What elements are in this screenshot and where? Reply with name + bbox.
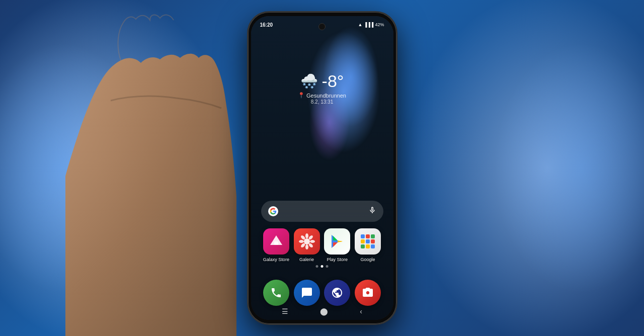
app-row: Galaxy Store [251, 228, 393, 262]
mic-icon[interactable] [368, 206, 376, 216]
app-galerie[interactable]: Galerie [294, 228, 320, 262]
dock-messages[interactable] [294, 280, 320, 306]
google-label: Google [361, 257, 375, 262]
phone-screen: 16:20 ▲ ▐▐▐ 42% 🌨️ -8° 📍 Gesundbrunnen 8… [251, 16, 393, 320]
phone-wrapper: 16:20 ▲ ▐▐▐ 42% 🌨️ -8° 📍 Gesundbrunnen 8… [248, 12, 396, 324]
play-store-label: Play Store [327, 257, 348, 262]
weather-temperature: 🌨️ -8° [298, 71, 346, 91]
svg-point-2 [305, 233, 308, 238]
svg-rect-0 [274, 241, 278, 245]
camera-notch [318, 23, 326, 30]
app-google[interactable]: Google [355, 228, 381, 262]
wifi-icon: ▲ [358, 22, 362, 27]
nav-recent[interactable]: ☰ [282, 307, 288, 315]
status-icons: ▲ ▐▐▐ 42% [358, 22, 384, 27]
nav-bar: ☰ ⬤ ‹ [251, 306, 393, 317]
google-logo [268, 206, 278, 216]
weather-icon: 🌨️ [300, 73, 318, 90]
status-time: 16:20 [260, 22, 273, 28]
svg-point-1 [304, 238, 310, 244]
bottom-dock [251, 280, 393, 306]
nav-back[interactable]: ‹ [360, 307, 362, 315]
galerie-icon [294, 228, 320, 255]
app-play-store[interactable]: Play Store [324, 228, 350, 262]
dock-internet[interactable] [324, 280, 350, 306]
dock-camera[interactable] [355, 280, 381, 306]
svg-point-4 [310, 240, 315, 243]
hand-silhouette [65, 0, 236, 336]
battery-icon: 42% [375, 22, 384, 27]
weather-date: 8.2, 13:31 [298, 99, 346, 105]
galaxy-store-icon [263, 228, 289, 255]
weather-location: 📍 Gesundbrunnen [298, 92, 346, 99]
wallpaper [251, 16, 393, 320]
phone-device: 16:20 ▲ ▐▐▐ 42% 🌨️ -8° 📍 Gesundbrunnen 8… [248, 12, 396, 324]
app-galaxy-store[interactable]: Galaxy Store [263, 228, 289, 262]
svg-point-6 [305, 244, 308, 249]
galaxy-store-label: Galaxy Store [263, 257, 289, 262]
nav-home[interactable]: ⬤ [320, 307, 328, 315]
galerie-label: Galerie [299, 257, 314, 262]
location-pin: 📍 [298, 92, 305, 99]
page-dot-1 [316, 265, 318, 268]
weather-widget[interactable]: 🌨️ -8° 📍 Gesundbrunnen 8.2, 13:31 [298, 71, 346, 105]
page-dot-3 [326, 265, 329, 268]
signal-icon: ▐▐▐ [364, 22, 373, 27]
page-dots [316, 265, 329, 268]
dock-phone[interactable] [263, 280, 289, 306]
google-icon [355, 228, 381, 255]
svg-point-8 [299, 240, 304, 243]
page-dot-2 [321, 265, 324, 268]
search-bar[interactable] [261, 201, 383, 222]
play-store-icon [324, 228, 350, 255]
